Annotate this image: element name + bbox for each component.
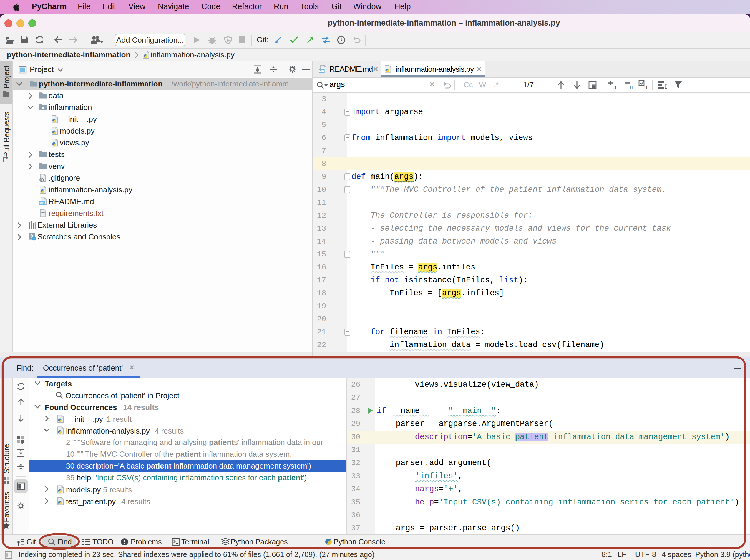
svg-text:II: II — [644, 84, 648, 90]
svg-text:II: II — [613, 84, 617, 90]
svg-text:II: II — [630, 84, 633, 90]
